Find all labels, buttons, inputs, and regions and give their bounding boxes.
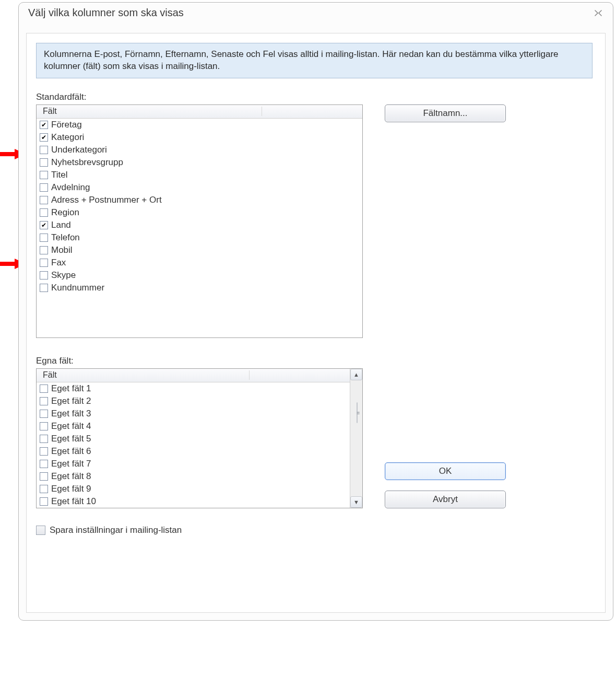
list-item-label: Region xyxy=(51,207,79,218)
save-settings-checkbox[interactable] xyxy=(36,526,45,535)
checkbox[interactable] xyxy=(40,385,48,393)
checkbox[interactable] xyxy=(40,208,48,217)
list-item[interactable]: Titel xyxy=(37,169,362,181)
checkbox[interactable] xyxy=(40,460,48,468)
list-item-label: Kategori xyxy=(51,132,84,143)
list-item-label: Skype xyxy=(51,270,76,281)
checkbox[interactable] xyxy=(40,397,48,405)
list-item[interactable]: Eget fält 1 xyxy=(37,382,350,395)
list-item[interactable]: Eget fält 7 xyxy=(37,458,350,470)
list-header-own[interactable]: Fält xyxy=(37,369,350,382)
dialog-window: Välj vilka kolumner som ska visas Kolumn… xyxy=(18,2,613,621)
save-settings-row[interactable]: Spara inställningar i mailing-listan xyxy=(36,525,593,535)
checkbox[interactable] xyxy=(40,171,48,179)
list-item[interactable]: Telefon xyxy=(37,231,362,244)
save-settings-label: Spara inställningar i mailing-listan xyxy=(50,525,182,535)
checkbox[interactable] xyxy=(40,196,48,204)
list-item-label: Nyhetsbrevsgrupp xyxy=(51,157,123,168)
column-header-field[interactable]: Fält xyxy=(37,107,262,116)
list-item-label: Land xyxy=(51,220,71,230)
checkbox[interactable] xyxy=(40,221,48,229)
standard-fields-label: Standardfält: xyxy=(36,92,593,102)
own-fields-list[interactable]: Fält Eget fält 1Eget fält 2Eget fält 3Eg… xyxy=(36,368,363,508)
list-item-label: Eget fält 8 xyxy=(51,471,91,482)
checkbox[interactable] xyxy=(40,121,48,129)
scroll-thumb[interactable] xyxy=(357,402,358,423)
list-item[interactable]: Eget fält 5 xyxy=(37,433,350,445)
checkbox[interactable] xyxy=(40,435,48,443)
checkbox[interactable] xyxy=(40,497,48,506)
list-item-label: Kundnummer xyxy=(51,283,104,293)
list-item-label: Mobil xyxy=(51,245,73,255)
list-item[interactable]: Mobil xyxy=(37,244,362,257)
checkbox[interactable] xyxy=(40,472,48,481)
checkbox[interactable] xyxy=(40,158,48,167)
list-item-label: Eget fält 7 xyxy=(51,459,91,469)
list-header-standard[interactable]: Fält xyxy=(37,105,362,119)
checkbox[interactable] xyxy=(40,284,48,292)
checkbox[interactable] xyxy=(40,146,48,154)
list-item[interactable]: Region xyxy=(37,206,362,219)
list-item[interactable]: Adress + Postnummer + Ort xyxy=(37,194,362,206)
checkbox[interactable] xyxy=(40,485,48,493)
list-item[interactable]: Eget fält 9 xyxy=(37,483,350,495)
checkbox[interactable] xyxy=(40,422,48,430)
annotation-arrow-2-shaft xyxy=(0,262,16,266)
standard-fields-list[interactable]: Fält FöretagKategoriUnderkategoriNyhetsb… xyxy=(36,104,363,338)
dialog-body: Kolumnerna E-post, Förnamn, Efternamn, S… xyxy=(26,33,606,613)
list-item-label: Företag xyxy=(51,120,82,130)
list-item-label: Underkategori xyxy=(51,145,107,155)
list-item[interactable]: Skype xyxy=(37,269,362,282)
list-item[interactable]: Nyhetsbrevsgrupp xyxy=(37,156,362,169)
list-item[interactable]: Kategori xyxy=(37,131,362,144)
cancel-button-label: Avbryt xyxy=(433,494,458,505)
list-item-label: Telefon xyxy=(51,232,80,243)
info-text: Kolumnerna E-post, Förnamn, Efternamn, S… xyxy=(44,49,559,71)
list-item[interactable]: Eget fält 3 xyxy=(37,407,350,420)
list-item[interactable]: Eget fält 8 xyxy=(37,470,350,483)
list-item-label: Eget fält 1 xyxy=(51,383,91,394)
scrollbar[interactable]: ▲ ▼ xyxy=(350,369,362,508)
list-item[interactable]: Eget fält 4 xyxy=(37,420,350,433)
list-item-label: Fax xyxy=(51,258,66,268)
list-item-label: Eget fält 2 xyxy=(51,396,91,406)
list-item[interactable]: Kundnummer xyxy=(37,282,362,294)
column-header-field-own[interactable]: Fält xyxy=(37,370,250,380)
checkbox[interactable] xyxy=(40,259,48,267)
checkbox[interactable] xyxy=(40,234,48,242)
list-item-label: Adress + Postnummer + Ort xyxy=(51,195,162,205)
list-item[interactable]: Fax xyxy=(37,257,362,269)
list-item-label: Eget fält 3 xyxy=(51,409,91,419)
annotation-arrow-1-shaft xyxy=(0,152,16,156)
dialog-title: Välj vilka kolumner som ska visas xyxy=(28,7,184,19)
list-item-label: Eget fält 5 xyxy=(51,434,91,444)
info-panel: Kolumnerna E-post, Förnamn, Efternamn, S… xyxy=(36,43,593,78)
list-item[interactable]: Underkategori xyxy=(37,144,362,156)
list-item[interactable]: Eget fält 10 xyxy=(37,495,350,508)
checkbox[interactable] xyxy=(40,246,48,254)
list-item-label: Avdelning xyxy=(51,182,90,193)
ok-button-label: OK xyxy=(439,466,452,476)
list-item[interactable]: Avdelning xyxy=(37,181,362,194)
titlebar: Välj vilka kolumner som ska visas xyxy=(19,3,613,22)
cancel-button[interactable]: Avbryt xyxy=(385,491,506,508)
checkbox[interactable] xyxy=(40,447,48,456)
checkbox[interactable] xyxy=(40,271,48,279)
checkbox[interactable] xyxy=(40,133,48,142)
scroll-down-icon[interactable]: ▼ xyxy=(350,496,362,508)
list-item-label: Titel xyxy=(51,170,68,180)
list-item-label: Eget fält 4 xyxy=(51,421,91,432)
list-item[interactable]: Eget fält 6 xyxy=(37,445,350,458)
fieldnames-button[interactable]: Fältnamn... xyxy=(385,104,506,122)
scroll-up-icon[interactable]: ▲ xyxy=(350,369,362,380)
fieldnames-button-label: Fältnamn... xyxy=(423,108,467,119)
checkbox[interactable] xyxy=(40,183,48,192)
list-item[interactable]: Företag xyxy=(37,119,362,131)
ok-button[interactable]: OK xyxy=(385,462,506,480)
list-item[interactable]: Land xyxy=(37,219,362,231)
own-fields-label: Egna fält: xyxy=(36,356,593,366)
checkbox[interactable] xyxy=(40,410,48,418)
list-item-label: Eget fält 10 xyxy=(51,496,96,507)
list-item[interactable]: Eget fält 2 xyxy=(37,395,350,407)
close-icon[interactable] xyxy=(593,9,603,17)
